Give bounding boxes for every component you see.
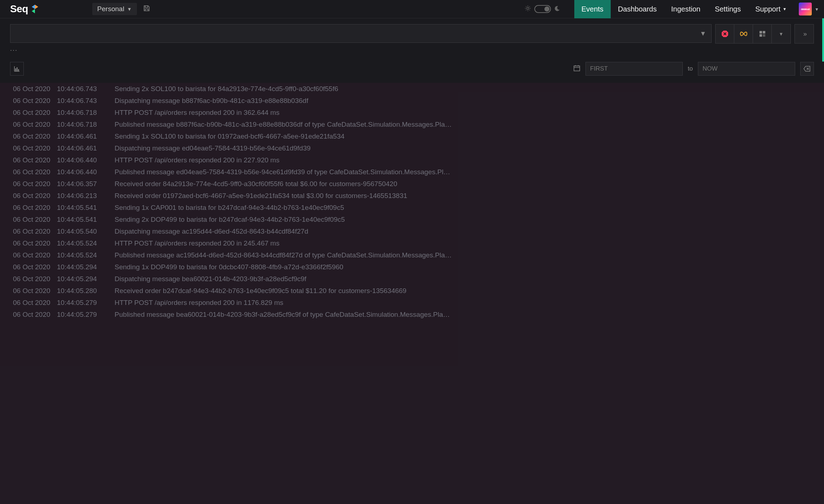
event-date: 06 Oct 2020 [13, 96, 57, 105]
event-row[interactable]: 06 Oct 202010:44:05.294Sending 1x DOP499… [0, 261, 824, 273]
svg-rect-16 [763, 31, 765, 33]
user-avatar-label: datalust [801, 8, 810, 10]
event-row[interactable]: 06 Oct 202010:44:06.743Sending 2x SOL100… [0, 83, 824, 95]
query-tool-group-2: » [794, 24, 814, 44]
svg-rect-15 [760, 31, 762, 33]
user-menu-chevron[interactable]: ▼ [815, 6, 819, 12]
event-row[interactable]: 06 Oct 202010:44:06.743Dispatching messa… [0, 95, 824, 107]
event-date: 06 Oct 2020 [13, 179, 57, 189]
range-to-input[interactable] [698, 62, 795, 76]
columns-button[interactable] [753, 24, 772, 43]
more-query-button[interactable]: ▼ [772, 24, 790, 43]
event-row[interactable]: 06 Oct 202010:44:05.279HTTP POST /api/or… [0, 297, 824, 309]
event-date: 06 Oct 2020 [13, 262, 57, 272]
nav-ingestion[interactable]: Ingestion [664, 0, 708, 18]
nav-dashboards[interactable]: Dashboards [611, 0, 664, 18]
event-message: Received order 01972aed-bcf6-4667-a5ee-9… [115, 191, 814, 201]
svg-line-9 [529, 10, 530, 10]
event-row[interactable]: 06 Oct 202010:44:05.294Dispatching messa… [0, 273, 824, 285]
event-row[interactable]: 06 Oct 202010:44:06.213Received order 01… [0, 190, 824, 202]
event-row[interactable]: 06 Oct 202010:44:05.280Received order b2… [0, 285, 824, 297]
svg-rect-21 [15, 68, 16, 71]
query-history-chevron[interactable]: ▼ [700, 30, 706, 37]
grid-icon [759, 31, 766, 37]
svg-rect-17 [760, 34, 762, 37]
svg-marker-0 [32, 5, 35, 9]
svg-marker-1 [35, 5, 38, 9]
event-row[interactable]: 06 Oct 202010:44:05.524Published message… [0, 249, 824, 261]
nav-support[interactable]: Support ▼ [748, 0, 794, 18]
nav-events[interactable]: Events [574, 0, 611, 18]
event-date: 06 Oct 2020 [13, 143, 57, 153]
event-date: 06 Oct 2020 [13, 108, 57, 117]
rangebar: to [0, 53, 824, 81]
event-row[interactable]: 06 Oct 202010:44:05.540Dispatching messa… [0, 225, 824, 237]
event-message: Published message b887f6ac-b90b-481c-a31… [115, 120, 814, 129]
breadcrumb[interactable]: ... [0, 44, 824, 53]
workspace-selector[interactable]: Personal ▼ [92, 3, 137, 15]
event-message: Published message ed04eae5-7584-4319-b56… [115, 167, 814, 177]
chevron-down-icon: ▼ [700, 30, 706, 37]
calendar-button[interactable] [573, 64, 580, 73]
event-time: 10:44:05.294 [57, 262, 115, 272]
backspace-icon [803, 66, 811, 72]
stop-icon [721, 30, 729, 38]
event-row[interactable]: 06 Oct 202010:44:06.461Dispatching messa… [0, 142, 824, 154]
nav-ingestion-label: Ingestion [671, 5, 700, 13]
event-row[interactable]: 06 Oct 202010:44:05.524HTTP POST /api/or… [0, 237, 824, 249]
user-avatar[interactable]: datalust [799, 3, 812, 15]
theme-switch-area [525, 5, 560, 13]
event-row[interactable]: 06 Oct 202010:44:06.440HTTP POST /api/or… [0, 154, 824, 166]
event-message: Published message bea60021-014b-4203-9b3… [115, 310, 814, 319]
event-time: 10:44:05.294 [57, 274, 115, 284]
double-chevron-right-icon: » [803, 30, 805, 38]
event-message: HTTP POST /api/orders responded 200 in 3… [115, 108, 814, 117]
clear-range-button[interactable] [800, 62, 814, 76]
svg-line-8 [526, 6, 526, 7]
event-date: 06 Oct 2020 [13, 298, 57, 307]
query-tool-group-1: ▼ [715, 24, 791, 44]
range-from-input[interactable] [585, 62, 683, 76]
expand-signals-button[interactable]: » [795, 24, 814, 43]
event-time: 10:44:05.540 [57, 226, 115, 236]
event-message: Sending 2x SOL100 to barista for 84a2913… [115, 84, 814, 94]
event-row[interactable]: 06 Oct 202010:44:06.461Sending 1x SOL100… [0, 130, 824, 142]
save-workspace-button[interactable] [143, 5, 150, 13]
theme-toggle[interactable] [534, 5, 551, 13]
event-message: Dispatching message b887f6ac-b90b-481c-a… [115, 96, 814, 105]
svg-line-10 [526, 10, 526, 10]
nav-events-label: Events [582, 5, 603, 13]
histogram-toggle[interactable] [10, 62, 24, 76]
event-row[interactable]: 06 Oct 202010:44:06.357Received order 84… [0, 178, 824, 190]
signals-accent [822, 18, 824, 62]
events-list[interactable]: 06 Oct 202010:44:06.743Sending 2x SOL100… [0, 83, 824, 504]
event-row[interactable]: 06 Oct 202010:44:06.718HTTP POST /api/or… [0, 107, 824, 118]
event-date: 06 Oct 2020 [13, 167, 57, 177]
chevron-down-icon: ▼ [779, 31, 784, 37]
svg-rect-24 [574, 66, 580, 71]
event-time: 10:44:06.461 [57, 131, 115, 141]
query-input[interactable]: ▼ [10, 24, 712, 43]
svg-point-3 [527, 7, 529, 9]
brand-name: Seq [10, 3, 28, 15]
nav-settings-label: Settings [715, 5, 741, 13]
event-message: HTTP POST /api/orders responded 200 in 2… [115, 155, 814, 165]
event-row[interactable]: 06 Oct 202010:44:05.541Sending 2x DOP499… [0, 213, 824, 225]
event-time: 10:44:05.524 [57, 250, 115, 260]
stop-query-button[interactable] [716, 24, 734, 43]
event-row[interactable]: 06 Oct 202010:44:05.279Published message… [0, 309, 824, 320]
event-row[interactable]: 06 Oct 202010:44:06.718Published message… [0, 118, 824, 130]
event-time: 10:44:06.743 [57, 84, 115, 94]
calendar-icon [573, 64, 580, 72]
topnav: Seq Personal ▼ [0, 0, 824, 18]
brand[interactable]: Seq [10, 3, 38, 15]
nav-settings[interactable]: Settings [708, 0, 748, 18]
event-time: 10:44:06.357 [57, 179, 115, 189]
event-date: 06 Oct 2020 [13, 274, 57, 284]
tail-button[interactable] [734, 24, 753, 43]
event-message: Sending 1x CAP001 to barista for b247dca… [115, 203, 814, 212]
event-row[interactable]: 06 Oct 202010:44:05.541Sending 1x CAP001… [0, 202, 824, 213]
event-row[interactable]: 06 Oct 202010:44:06.440Published message… [0, 166, 824, 178]
infinity-icon [739, 31, 748, 37]
event-date: 06 Oct 2020 [13, 191, 57, 201]
